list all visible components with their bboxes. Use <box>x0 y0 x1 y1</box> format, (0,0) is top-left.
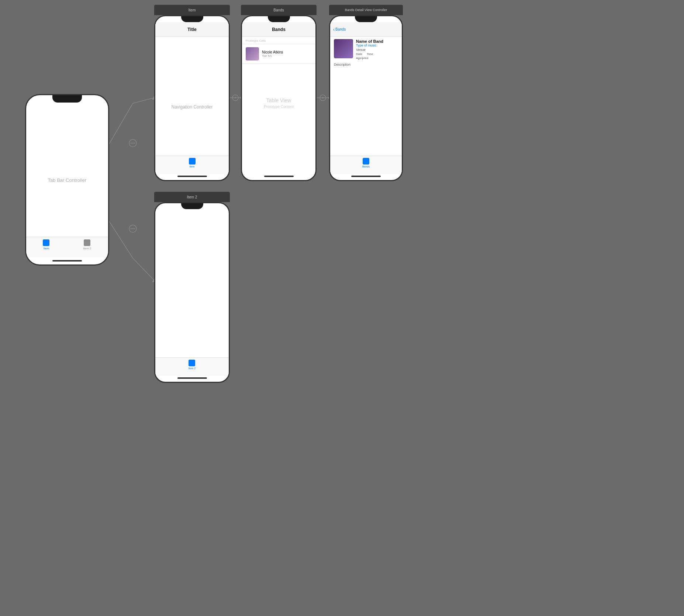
tab-item-1[interactable]: Item <box>43 239 49 250</box>
bands-bar-label: Bands <box>273 8 284 12</box>
band-detail-time: Time <box>367 52 373 56</box>
bands-detail-home-bar <box>351 176 381 177</box>
bands-detail-tab-label: Bands <box>362 165 370 168</box>
svg-point-12 <box>235 97 236 98</box>
bands-notch <box>268 16 290 22</box>
item2-tab-label: Item 2 <box>189 367 196 370</box>
bands-controller-bar: Bands <box>241 5 317 15</box>
item2-home-bar <box>177 377 207 379</box>
tab-bar-controller-title: Tab Bar Controller <box>48 177 87 183</box>
item-bar-label: Item <box>189 8 196 12</box>
band-detail-venue: Venue <box>356 48 398 52</box>
tab-icon-item2 <box>84 239 90 246</box>
tab-bar-bottom: Item Item 2 <box>26 237 108 257</box>
item2-notch <box>181 203 203 209</box>
item2-bar-label: Item 2 <box>187 195 197 199</box>
band-detail-section: Name of Band Type of music Venue Date Ti… <box>334 39 398 60</box>
prototype-content-label: Prototype Content <box>242 105 315 109</box>
tab-label-1: Item <box>44 247 49 250</box>
item-tab-bar: Item <box>155 156 229 174</box>
back-button[interactable]: ‹ Bands <box>333 27 346 32</box>
bands-nav-title: Bands <box>272 27 286 32</box>
band-cell-text: Nicole Atkins Tue 5/1 <box>262 50 283 58</box>
item-home-bar <box>177 176 207 177</box>
phone-notch <box>52 95 82 103</box>
svg-point-15 <box>320 95 326 101</box>
table-view-label: Table View <box>242 97 315 103</box>
item-notch <box>181 16 203 22</box>
tab-item-2[interactable]: Item 2 <box>83 239 91 250</box>
svg-line-4 <box>133 258 154 280</box>
bands-home-bar <box>264 176 294 177</box>
item-controller-bar: Item <box>154 5 230 15</box>
item-tab-label: Item <box>190 165 195 168</box>
band-cell-subtitle: Tue 5/1 <box>262 54 283 58</box>
svg-point-11 <box>232 95 238 101</box>
band-detail-fields: Date Time <box>356 52 398 56</box>
back-label: Bands <box>335 27 346 31</box>
bands-detail-tab-icon <box>363 158 369 165</box>
item2-tab-bar: Item 2 <box>155 357 229 376</box>
bands-nav-bar: Bands <box>242 22 315 37</box>
band-detail-date: Date <box>356 52 362 56</box>
bands-detail-phone-frame: ‹ Bands Name of Band Type of music Venue… <box>329 15 403 181</box>
item-nav-bar: Title <box>155 22 229 37</box>
table-view-placeholder: Table View Prototype Content <box>242 97 315 109</box>
band-detail-age-price: Age/price <box>356 56 398 60</box>
band-detail-type: Type of music <box>356 44 398 47</box>
item2-controller-bar: Item 2 <box>154 192 230 202</box>
home-bar <box>52 260 82 262</box>
bands-detail-tab-bar: Bands <box>330 156 402 174</box>
svg-line-3 <box>109 221 133 258</box>
item-nav-title: Title <box>187 27 196 32</box>
svg-point-16 <box>322 97 324 98</box>
band-detail-text: Name of Band Type of music Venue Date Ti… <box>356 39 398 60</box>
item-tab-icon <box>189 158 196 165</box>
tab-bar-controller: Tab Bar Controller Item Item 2 <box>25 94 109 266</box>
bands-detail-notch <box>355 16 377 22</box>
item2-tab-item[interactable]: Item 2 <box>189 360 196 370</box>
band-cell-thumbnail <box>246 47 259 60</box>
bands-detail-bar-label: Bands Detail View Controller <box>345 8 387 12</box>
bands-phone-frame: Bands Prototype Cells Nicole Atkins Tue … <box>241 15 317 181</box>
tab-label-2: Item 2 <box>83 247 91 250</box>
band-cell-row[interactable]: Nicole Atkins Tue 5/1 <box>242 44 315 64</box>
bands-detail-nav-bar: ‹ Bands <box>330 22 402 37</box>
svg-point-6 <box>129 139 137 147</box>
bands-detail-tab-item[interactable]: Bands <box>362 158 370 168</box>
item2-phone-frame: Item 2 <box>154 202 230 383</box>
band-cell-title: Nicole Atkins <box>262 50 283 54</box>
band-detail-image <box>334 39 353 58</box>
item-phone-frame: Title Item <box>154 15 230 181</box>
description-label: Description <box>334 63 350 66</box>
tab-icon-item <box>43 239 49 246</box>
svg-line-1 <box>133 98 154 103</box>
svg-line-0 <box>109 103 133 144</box>
item2-tab-icon <box>189 360 195 366</box>
band-detail-name: Name of Band <box>356 39 398 44</box>
prototype-cells-label: Prototype Cells <box>246 39 266 42</box>
item-tab-item[interactable]: Item <box>189 158 196 168</box>
bands-detail-controller-bar: Bands Detail View Controller <box>329 5 403 15</box>
svg-point-8 <box>129 225 137 232</box>
